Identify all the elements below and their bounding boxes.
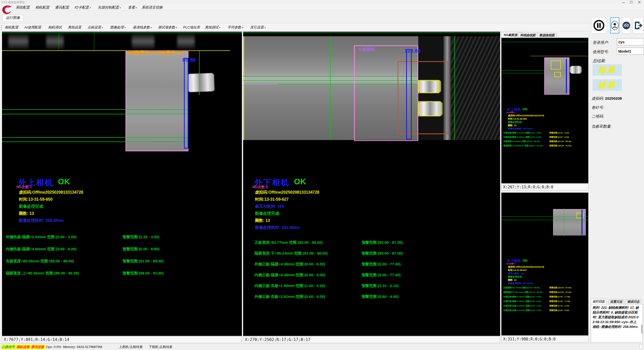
toolbar-grip-icon[interactable] bbox=[1, 25, 2, 30]
machine-bokeh bbox=[46, 32, 64, 50]
measurement-row-mini: 正极宽度=83.77mm 范围:(82.00 - 88.00)预警范围:(83.… bbox=[501, 286, 588, 289]
tool-baseline-params[interactable]: 基准线参数▾ bbox=[131, 25, 153, 30]
tool-test-item-params[interactable]: 测试项参数▾ bbox=[156, 25, 179, 30]
tool-offline-debug[interactable]: 离线调试▾ bbox=[203, 25, 222, 30]
measurement-row-mini: 隔膜宽度-下=95.24mm 范围:(93.00 - 98.00)预警范围:(9… bbox=[501, 291, 588, 293]
process-time-osd: 图像处理耗时: 258.00ms bbox=[19, 218, 64, 223]
toolbar: 相机配置 AI使用配置 相机调试 离线设置 点检设置▾ 图像处理▾ 基准线参数▾… bbox=[0, 23, 644, 31]
camera-link-status-badge: 相机连接 bbox=[16, 345, 30, 349]
overlay-line bbox=[501, 217, 588, 217]
side-tab-strip: NG截图显示 料线曲线图 数据曲线图 bbox=[501, 32, 588, 38]
coords-readout-left: X:7677;Y:891;R:14;G:14;B:14 bbox=[2, 336, 242, 343]
tab-run-log[interactable]: 运行日志 bbox=[591, 299, 606, 304]
qr-code-row: 二维码: bbox=[592, 114, 604, 119]
coords-readout-thumb2: X:311;Y:980;R:0;G:0;B:0 bbox=[501, 336, 588, 342]
status-bar: 心跳信号 相机连接 通讯连接 Cpu: 0.0% Memory: 3424.41… bbox=[0, 343, 644, 350]
edge-value: 123.88 bbox=[404, 48, 421, 54]
window-title: CYS-视觉检测系统 bbox=[2, 1, 25, 4]
ng-count-mini: NG次数:0 bbox=[506, 262, 515, 265]
tool-spot-check-setting[interactable]: 点检设置▾ bbox=[86, 25, 105, 30]
virtual-code-mini: 虚拟码:Offline20250208133134728 bbox=[508, 114, 544, 117]
overlay-line bbox=[501, 220, 588, 220]
tool-camera-debug[interactable]: 相机调试 bbox=[46, 25, 63, 30]
measurement-row-mini: 外侧正极-负极=2.61mm 范围:(0.60 - 4.00)预警范围:(0.6… bbox=[501, 309, 588, 311]
virtual-code-osd: 虚拟码:Offline20250208133134728 bbox=[255, 190, 319, 195]
model-field[interactable] bbox=[617, 48, 644, 55]
measurement-row-mini: 外侧负极-隔膜=2.91mm 范围:(2.00 - 3.50)预警范围:(2.2… bbox=[501, 131, 588, 134]
overlay-line bbox=[501, 71, 544, 71]
menu-view[interactable]: 查看▾ bbox=[126, 5, 139, 10]
camera-view-upper-outer[interactable]: AI辅助阈值:93, 动态阈值:100 85.88 外上相机 OK NG次数:1… bbox=[2, 32, 242, 336]
menu-camera-config[interactable]: 相机配置 bbox=[34, 5, 51, 10]
defect-search-box bbox=[398, 61, 448, 134]
minimize-icon[interactable] bbox=[620, 0, 627, 4]
measure-box bbox=[406, 49, 412, 139]
menu-io-card-config[interactable]: IO卡配置▾ bbox=[73, 5, 92, 10]
tool-char-params[interactable]: 字符参数▾ bbox=[226, 25, 245, 30]
menu-system-config[interactable]: 系统配置 bbox=[14, 5, 31, 10]
chevron-down-icon: ▾ bbox=[242, 26, 243, 29]
log-tab-strip: 运行日志 设置日志 错误日志 bbox=[591, 299, 643, 304]
camera-result: OK bbox=[294, 177, 306, 186]
tool-other-settings[interactable]: 其它设置▾ bbox=[248, 25, 268, 30]
tool-plc-address-lib[interactable]: PLC地址库 bbox=[181, 25, 202, 30]
tool-image-processing[interactable]: 图像处理▾ bbox=[108, 25, 127, 30]
ai-box-label: AI检测框 bbox=[358, 47, 374, 52]
measurement-row: 正极宽度=83.77mm 范围:(82.00 - 88.00)预警范围:(83.… bbox=[243, 240, 500, 245]
user-icon bbox=[611, 20, 619, 30]
overlay-line bbox=[2, 50, 230, 51]
tab-error-log[interactable]: 错误日志 bbox=[626, 299, 641, 304]
users-button[interactable] bbox=[622, 17, 631, 33]
tab-setting-log[interactable]: 设置日志 bbox=[608, 299, 624, 304]
electrode-tab-metal bbox=[187, 73, 214, 92]
camera-view-lower-outer[interactable]: AI检测框 123.88 外下相机 OK NG次数:0 虚拟码:Offline2… bbox=[243, 32, 500, 336]
measurement-row: 隔膜宽度-上=90.56mm 范围:(88.00 - 92.00)预警范围:(8… bbox=[2, 271, 242, 276]
overlay-line bbox=[94, 33, 94, 51]
tab-material-curve[interactable]: 料线曲线图 bbox=[518, 33, 538, 38]
tab-data-curve[interactable]: 数据曲线图 bbox=[537, 33, 557, 38]
measurement-row: 负极宽度=83.05mm 范围:(80.00 - 86.00)预警范围:(81.… bbox=[2, 259, 242, 264]
log-scrollbar[interactable] bbox=[641, 325, 642, 333]
result-box-upper: 结果 bbox=[593, 64, 622, 76]
overlay-line bbox=[501, 42, 588, 42]
login-user-field[interactable] bbox=[617, 38, 644, 45]
overlay-line bbox=[2, 142, 188, 142]
process-done-mini: 图像处理完成 bbox=[508, 121, 522, 124]
exit-button[interactable] bbox=[633, 17, 643, 33]
measurement-row-mini: 内侧正极-负极=1.90mm 范围:(1.00 - 2.20)预警范围:(1.1… bbox=[501, 304, 588, 307]
tool-offline-setting[interactable]: 离线设置 bbox=[66, 25, 83, 30]
users-icon bbox=[622, 21, 631, 30]
upper-camera-status: 上相机:点检结束 bbox=[119, 345, 143, 349]
measurement-row: 外侧负极-隔膜=2.91mm 范围:(2.00 - 3.50)预警范围:(2.2… bbox=[2, 235, 242, 240]
inspection-photo bbox=[125, 51, 188, 151]
overlay-line bbox=[243, 32, 500, 33]
tool-ai-usage-config[interactable]: AI使用配置 bbox=[23, 25, 43, 30]
statusbar-grip bbox=[639, 344, 643, 349]
pause-button[interactable] bbox=[591, 17, 607, 33]
ng-thumbnail-upper[interactable]: 外上相机 OK NG次数:1 虚拟码:Offline20250208133134… bbox=[501, 38, 588, 183]
overlay-line bbox=[199, 51, 200, 95]
menu-language-switch[interactable]: 系统语言切换 bbox=[140, 5, 164, 10]
measure-box-mini bbox=[566, 59, 567, 93]
menu-light-control-config[interactable]: 光源控制配置▾ bbox=[96, 5, 122, 10]
measurement-row-mini: 负极宽度=83.05mm 范围:(80.00 - 86.00)预警范围:(81.… bbox=[501, 140, 588, 143]
tab-run-image[interactable]: 运行图像 bbox=[2, 15, 24, 21]
tab-detect-box bbox=[418, 80, 439, 93]
measure-box bbox=[184, 58, 188, 149]
menu-comm-config[interactable]: 通讯配置 bbox=[53, 5, 71, 10]
tool-camera-config[interactable]: 相机配置 bbox=[3, 25, 20, 30]
coords-readout-mid: X:270;Y:2502;R:17;G:17;B:17 bbox=[243, 336, 500, 343]
close-icon[interactable] bbox=[636, 0, 642, 4]
chevron-down-icon: ▾ bbox=[124, 26, 126, 29]
virtual-code-value: 20250208 bbox=[605, 96, 622, 100]
user-button[interactable] bbox=[610, 17, 619, 33]
process-time-mini: 图像处理耗时: 258.00ms bbox=[508, 127, 533, 130]
memory-usage: Memory: 3424.41796875M bbox=[63, 345, 102, 349]
run-log-text[interactable]: 耗时: 222, 缺陷检测耗时: 17, 缺陷分类耗时: 0, 缺陷提取分区耗时… bbox=[591, 304, 643, 342]
ng-thumbnail-lower[interactable]: 外下相机 OK NG次数:0 虚拟码:Offline20250208133134… bbox=[501, 193, 588, 335]
measurement-row-mini: 内侧正极-隔膜=4.38mm 范围:(0.00 - 9.00)预警范围:(2.0… bbox=[501, 300, 588, 302]
overlay-line bbox=[454, 36, 455, 140]
maximize-icon[interactable] bbox=[628, 0, 634, 4]
overlay-line bbox=[564, 208, 564, 237]
machine-bokeh bbox=[8, 32, 28, 50]
